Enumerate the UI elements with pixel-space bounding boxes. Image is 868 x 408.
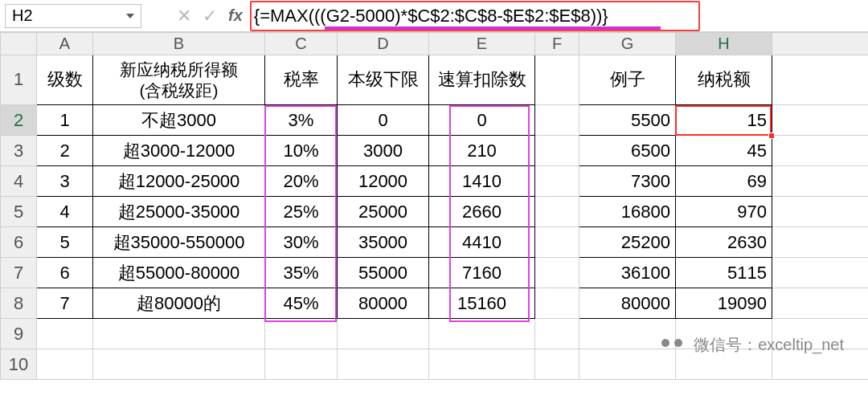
cell[interactable] bbox=[535, 227, 579, 258]
cell[interactable] bbox=[535, 319, 579, 349]
cell[interactable]: 20% bbox=[265, 166, 338, 197]
cell[interactable]: 7 bbox=[37, 288, 93, 319]
cell[interactable]: 2630 bbox=[676, 227, 772, 258]
col-header-D[interactable]: D bbox=[338, 33, 429, 55]
cell[interactable] bbox=[535, 105, 579, 136]
cell[interactable] bbox=[772, 105, 869, 136]
cell[interactable] bbox=[772, 166, 869, 197]
cell[interactable]: 本级下限 bbox=[338, 55, 429, 105]
cell[interactable] bbox=[535, 288, 579, 319]
cell[interactable]: 30% bbox=[265, 227, 338, 258]
cell[interactable] bbox=[429, 319, 535, 349]
cell[interactable]: 0 bbox=[429, 105, 535, 136]
cell[interactable]: 税率 bbox=[265, 55, 338, 105]
cell[interactable]: 超3000-12000 bbox=[93, 136, 265, 166]
cell[interactable]: 1 bbox=[37, 105, 93, 136]
cell[interactable]: 纳税额 bbox=[676, 55, 772, 105]
cancel-icon[interactable]: ✕ bbox=[177, 6, 191, 27]
cell[interactable]: 45% bbox=[265, 288, 338, 319]
name-box[interactable]: H2 bbox=[5, 4, 141, 28]
cell[interactable]: 16800 bbox=[579, 197, 676, 227]
cell[interactable]: 超12000-25000 bbox=[93, 166, 265, 197]
cell[interactable]: 55000 bbox=[338, 258, 429, 288]
cell[interactable]: 12000 bbox=[338, 166, 429, 197]
cell[interactable]: 10% bbox=[265, 136, 338, 166]
cell[interactable]: 25200 bbox=[579, 227, 676, 258]
cell[interactable]: 210 bbox=[429, 136, 535, 166]
cell[interactable]: 25% bbox=[265, 197, 338, 227]
cell[interactable]: 3 bbox=[37, 166, 93, 197]
cell[interactable]: 80000 bbox=[338, 288, 429, 319]
cell[interactable]: 5500 bbox=[579, 105, 676, 136]
cell[interactable] bbox=[37, 349, 93, 380]
cell[interactable]: 19090 bbox=[676, 288, 772, 319]
cell[interactable] bbox=[338, 349, 429, 380]
col-header-F[interactable]: F bbox=[535, 33, 579, 55]
col-header-G[interactable]: G bbox=[579, 33, 676, 55]
cell[interactable] bbox=[338, 319, 429, 349]
cell-active[interactable]: 15 bbox=[676, 105, 772, 136]
row-header[interactable]: 3 bbox=[1, 136, 37, 166]
cell[interactable] bbox=[37, 319, 93, 349]
cell[interactable]: 2660 bbox=[429, 197, 535, 227]
cell[interactable] bbox=[772, 197, 869, 227]
cell[interactable] bbox=[93, 319, 265, 349]
cell[interactable]: 6 bbox=[37, 258, 93, 288]
cell[interactable]: 35000 bbox=[338, 227, 429, 258]
cell[interactable]: 5115 bbox=[676, 258, 772, 288]
confirm-icon[interactable]: ✓ bbox=[203, 6, 217, 27]
cell[interactable]: 超80000的 bbox=[93, 288, 265, 319]
formula-input[interactable]: {=MAX(((G2-5000)*$C$2:$C$8-$E$2:$E$8))} bbox=[246, 2, 855, 30]
cell[interactable]: 例子 bbox=[579, 55, 676, 105]
cell[interactable]: 7300 bbox=[579, 166, 676, 197]
spreadsheet-grid[interactable]: A B C D E F G H 1 级数 新应纳税所得额 (含税级距) 税率 本… bbox=[0, 32, 868, 380]
cell[interactable]: 35% bbox=[265, 258, 338, 288]
cell[interactable]: 15160 bbox=[429, 288, 535, 319]
cell[interactable] bbox=[265, 349, 338, 380]
cell[interactable]: 45 bbox=[676, 136, 772, 166]
cell[interactable] bbox=[535, 258, 579, 288]
cell[interactable] bbox=[535, 136, 579, 166]
cell[interactable] bbox=[265, 319, 338, 349]
row-header[interactable]: 4 bbox=[1, 166, 37, 197]
cell[interactable]: 新应纳税所得额 (含税级距) bbox=[93, 55, 265, 105]
cell[interactable] bbox=[535, 166, 579, 197]
cell[interactable] bbox=[93, 349, 265, 380]
cell[interactable]: 80000 bbox=[579, 288, 676, 319]
cell[interactable]: 1410 bbox=[429, 166, 535, 197]
cell[interactable] bbox=[535, 349, 579, 380]
cell[interactable]: 级数 bbox=[37, 55, 93, 105]
row-header[interactable]: 8 bbox=[1, 288, 37, 319]
col-header-E[interactable]: E bbox=[429, 33, 535, 55]
col-header-blank[interactable] bbox=[772, 33, 869, 55]
cell[interactable]: 25000 bbox=[338, 197, 429, 227]
cell[interactable] bbox=[772, 55, 869, 105]
row-header[interactable]: 10 bbox=[1, 349, 37, 380]
col-header-A[interactable]: A bbox=[37, 33, 93, 55]
cell[interactable]: 0 bbox=[338, 105, 429, 136]
row-header[interactable]: 6 bbox=[1, 227, 37, 258]
cell[interactable]: 不超3000 bbox=[93, 105, 265, 136]
col-header-C[interactable]: C bbox=[265, 33, 338, 55]
fill-handle[interactable] bbox=[768, 133, 775, 139]
cell[interactable]: 5 bbox=[37, 227, 93, 258]
cell[interactable] bbox=[535, 197, 579, 227]
cell[interactable] bbox=[429, 349, 535, 380]
cell[interactable]: 4410 bbox=[429, 227, 535, 258]
cell[interactable] bbox=[772, 258, 869, 288]
chevron-down-icon[interactable] bbox=[126, 14, 134, 18]
cell[interactable]: 速算扣除数 bbox=[429, 55, 535, 105]
cell[interactable]: 超35000-550000 bbox=[93, 227, 265, 258]
fx-icon[interactable]: fx bbox=[228, 6, 243, 25]
cell[interactable]: 超25000-35000 bbox=[93, 197, 265, 227]
cell[interactable] bbox=[772, 136, 869, 166]
cell[interactable] bbox=[772, 288, 869, 319]
cell[interactable]: 6500 bbox=[579, 136, 676, 166]
col-header-B[interactable]: B bbox=[93, 33, 265, 55]
cell[interactable]: 69 bbox=[676, 166, 772, 197]
cell[interactable]: 2 bbox=[37, 136, 93, 166]
cell[interactable]: 970 bbox=[676, 197, 772, 227]
cell[interactable] bbox=[535, 55, 579, 105]
select-all-corner[interactable] bbox=[1, 33, 37, 55]
cell[interactable] bbox=[772, 227, 869, 258]
